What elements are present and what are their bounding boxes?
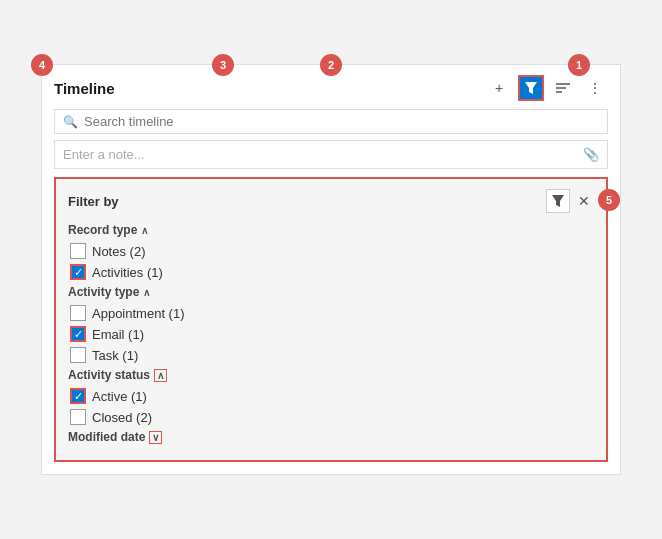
- filter-by-label: Filter by: [68, 194, 119, 209]
- active-checkbox[interactable]: [70, 388, 86, 404]
- apply-filter-button[interactable]: [546, 189, 570, 213]
- appointment-item: Appointment (1): [68, 305, 594, 321]
- annotation-badge-1: 1: [568, 54, 590, 76]
- appointment-checkbox[interactable]: [70, 305, 86, 321]
- timeline-title: Timeline: [54, 80, 115, 97]
- filter-icon: [525, 82, 537, 94]
- record-type-section: Record type ∧ Notes (2) Activities (1): [68, 223, 594, 280]
- timeline-icons: + ⋮: [486, 75, 608, 101]
- email-label: Email (1): [92, 327, 144, 342]
- notes-label: Notes (2): [92, 244, 145, 259]
- filter-panel-actions: ✕: [546, 189, 594, 213]
- email-item: Email (1): [68, 326, 594, 342]
- filter-panel: 5 Filter by ✕ Record type ∧ Notes (2): [54, 177, 608, 462]
- activity-status-section: Activity status ∧ Active (1) Closed (2): [68, 368, 594, 425]
- filter-panel-header: Filter by ✕: [68, 189, 594, 213]
- notes-checkbox[interactable]: [70, 243, 86, 259]
- active-label: Active (1): [92, 389, 147, 404]
- annotation-badge-3: 3: [212, 54, 234, 76]
- modified-date-section: Modified date ∨: [68, 430, 594, 444]
- sort-button[interactable]: [550, 75, 576, 101]
- email-checkbox[interactable]: [70, 326, 86, 342]
- task-checkbox[interactable]: [70, 347, 86, 363]
- note-input-area[interactable]: Enter a note... 📎: [54, 140, 608, 169]
- appointment-label: Appointment (1): [92, 306, 185, 321]
- search-bar: 🔍: [54, 109, 608, 134]
- search-icon: 🔍: [63, 115, 78, 129]
- attachment-icon: 📎: [583, 147, 599, 162]
- note-placeholder: Enter a note...: [63, 147, 145, 162]
- notes-item: Notes (2): [68, 243, 594, 259]
- closed-item: Closed (2): [68, 409, 594, 425]
- activity-status-chevron[interactable]: ∧: [154, 369, 167, 382]
- activity-type-section: Activity type ∧ Appointment (1) Email (1…: [68, 285, 594, 363]
- sort-icon: [556, 82, 570, 94]
- closed-checkbox[interactable]: [70, 409, 86, 425]
- activities-item: Activities (1): [68, 264, 594, 280]
- activities-checkbox[interactable]: [70, 264, 86, 280]
- annotation-badge-2: 2: [320, 54, 342, 76]
- activities-label: Activities (1): [92, 265, 163, 280]
- task-label: Task (1): [92, 348, 138, 363]
- svg-marker-0: [525, 82, 537, 94]
- modified-date-title: Modified date ∨: [68, 430, 594, 444]
- active-item: Active (1): [68, 388, 594, 404]
- record-type-chevron[interactable]: ∧: [141, 225, 148, 236]
- close-filter-button[interactable]: ✕: [574, 191, 594, 211]
- activity-type-title: Activity type ∧: [68, 285, 594, 299]
- search-input[interactable]: [84, 114, 599, 129]
- annotation-badge-4: 4: [31, 54, 53, 76]
- more-button[interactable]: ⋮: [582, 75, 608, 101]
- modified-date-chevron[interactable]: ∨: [149, 431, 162, 444]
- closed-label: Closed (2): [92, 410, 152, 425]
- annotation-badge-5: 5: [598, 189, 620, 211]
- filter-button[interactable]: [518, 75, 544, 101]
- timeline-header: Timeline + ⋮: [54, 75, 608, 101]
- small-filter-icon: [552, 195, 564, 207]
- task-item: Task (1): [68, 347, 594, 363]
- svg-marker-4: [552, 195, 564, 207]
- activity-status-title: Activity status ∧: [68, 368, 594, 382]
- add-button[interactable]: +: [486, 75, 512, 101]
- record-type-title: Record type ∧: [68, 223, 594, 237]
- activity-type-chevron[interactable]: ∧: [143, 287, 150, 298]
